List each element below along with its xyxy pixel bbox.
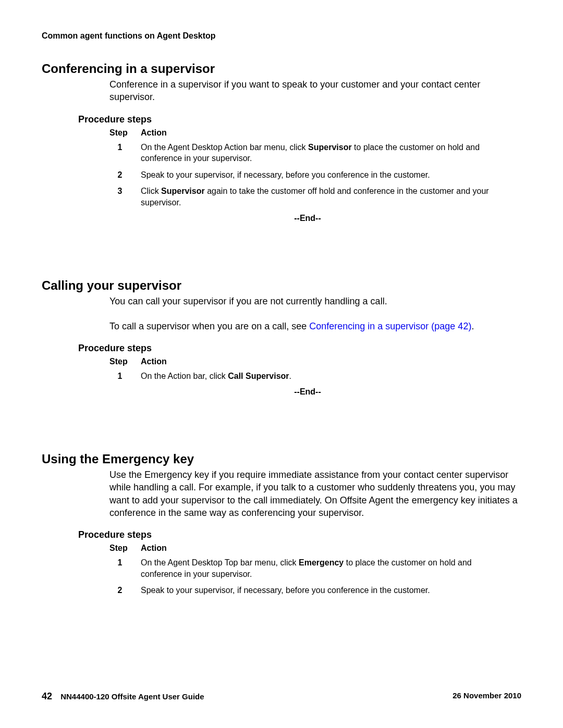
step-action: On the Agent Desktop Top bar menu, click… [141,557,506,579]
procedure-heading: Procedure steps [78,114,521,125]
doc-title: NN44400-120 Offsite Agent User Guide [60,692,204,701]
footer: 42 NN44400-120 Offsite Agent User Guide … [42,691,521,702]
step-number: 1 [109,371,141,382]
footer-date: 26 November 2010 [452,691,521,702]
section-body: You can call your supervisor if you are … [109,295,521,333]
step-action: Click Supervisor again to take the custo… [141,186,506,208]
steps-table: Step Action 1 On the Agent Desktop Actio… [109,128,506,208]
step-action: Speak to your supervisor, if necessary, … [141,169,506,181]
table-header-row: Step Action [109,357,506,366]
table-header-step: Step [109,357,141,366]
table-row: 2 Speak to your supervisor, if necessary… [109,585,506,596]
table-row: 1 On the Agent Desktop Action bar menu, … [109,142,506,164]
table-header-step: Step [109,544,141,553]
table-row: 1 On the Action bar, click Call Supervis… [109,371,506,382]
steps-table: Step Action 1 On the Agent Desktop Top b… [109,544,506,596]
step-action: Speak to your supervisor, if necessary, … [141,585,506,596]
table-header-row: Step Action [109,128,506,138]
table-header-action: Action [141,357,506,366]
step-action: On the Action bar, click Call Supervisor… [141,371,506,382]
table-row: 3 Click Supervisor again to take the cus… [109,186,506,208]
step-number: 1 [109,557,141,579]
table-row: 1 On the Agent Desktop Top bar menu, cli… [109,557,506,579]
step-number: 2 [109,585,141,596]
step-number: 1 [109,142,141,164]
step-number: 2 [109,169,141,181]
page-number: 42 [42,691,52,701]
table-header-row: Step Action [109,544,506,553]
end-marker: --End-- [109,387,506,397]
page: Common agent functions on Agent Desktop … [0,0,563,728]
steps-table: Step Action 1 On the Action bar, click C… [109,357,506,382]
section-heading: Using the Emergency key [42,452,521,466]
table-row: 2 Speak to your supervisor, if necessary… [109,169,506,181]
running-header: Common agent functions on Agent Desktop [42,31,521,41]
step-action: On the Agent Desktop Action bar menu, cl… [141,142,506,164]
end-marker: --End-- [109,214,506,223]
procedure-heading: Procedure steps [78,529,521,540]
section-heading: Calling your supervisor [42,278,521,293]
section-body: Conference in a supervisor if you want t… [109,78,521,104]
step-number: 3 [109,186,141,208]
table-header-step: Step [109,128,141,138]
table-header-action: Action [141,544,506,553]
section-heading: Conferencing in a supervisor [42,61,521,76]
table-header-action: Action [141,128,506,138]
footer-left: 42 NN44400-120 Offsite Agent User Guide [42,691,204,702]
procedure-heading: Procedure steps [78,343,521,354]
section-body: Use the Emergency key if you require imm… [109,468,521,519]
